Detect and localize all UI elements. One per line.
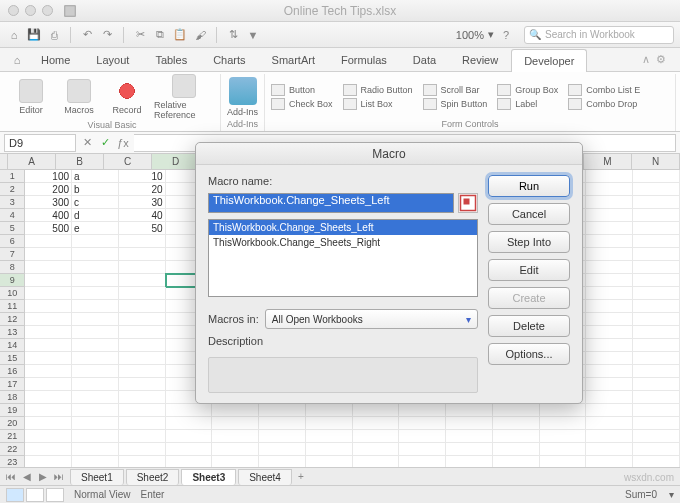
cell[interactable] <box>633 417 680 430</box>
tab-tables[interactable]: Tables <box>142 48 200 71</box>
tab-data[interactable]: Data <box>400 48 449 71</box>
cell[interactable]: d <box>72 209 119 222</box>
cell[interactable] <box>119 339 166 352</box>
cell[interactable] <box>259 430 306 443</box>
first-sheet-icon[interactable]: ⏮ <box>4 471 18 482</box>
cell[interactable] <box>586 183 633 196</box>
cell[interactable] <box>72 404 119 417</box>
cell[interactable] <box>586 313 633 326</box>
row-header[interactable]: 17 <box>0 378 25 391</box>
row-header[interactable]: 13 <box>0 326 25 339</box>
cell[interactable] <box>540 417 587 430</box>
cell[interactable] <box>586 391 633 404</box>
macro-list-item[interactable]: ThisWorkbook.Change_Sheets_Right <box>209 235 477 250</box>
macro-list[interactable]: ThisWorkbook.Change_Sheets_LeftThisWorkb… <box>208 219 478 297</box>
minimize-window-icon[interactable] <box>25 5 36 16</box>
cell[interactable] <box>25 248 72 261</box>
sheet-tab[interactable]: Sheet1 <box>70 469 124 485</box>
macros-in-select[interactable]: All Open Workbooks ▾ <box>265 309 478 329</box>
tab-smartart[interactable]: SmartArt <box>259 48 328 71</box>
row-header[interactable]: 11 <box>0 300 25 313</box>
cell[interactable] <box>212 404 259 417</box>
ribbon-settings-icon[interactable]: ⚙ <box>656 53 666 66</box>
record-button[interactable]: Record <box>106 79 148 115</box>
cell[interactable] <box>72 391 119 404</box>
cell[interactable] <box>72 313 119 326</box>
column-header[interactable]: A <box>8 154 56 169</box>
cell[interactable] <box>72 430 119 443</box>
cell[interactable] <box>586 339 633 352</box>
cell[interactable] <box>586 365 633 378</box>
cell[interactable] <box>586 443 633 456</box>
step-into-button[interactable]: Step Into <box>488 231 570 253</box>
cell[interactable] <box>586 300 633 313</box>
cell[interactable] <box>25 339 72 352</box>
cell[interactable] <box>586 261 633 274</box>
cell[interactable] <box>633 430 680 443</box>
cell[interactable] <box>399 430 446 443</box>
cell[interactable] <box>586 274 633 287</box>
cell[interactable]: b <box>72 183 119 196</box>
cell[interactable] <box>306 430 353 443</box>
cell[interactable] <box>212 456 259 467</box>
row-header[interactable]: 4 <box>0 209 25 222</box>
cell[interactable] <box>633 352 680 365</box>
form-combo1[interactable]: Combo List E <box>568 84 640 96</box>
cell[interactable] <box>72 261 119 274</box>
cell[interactable] <box>446 417 493 430</box>
help-icon[interactable]: ? <box>498 27 514 43</box>
cell[interactable] <box>25 391 72 404</box>
row-header[interactable]: 5 <box>0 222 25 235</box>
row-header[interactable]: 3 <box>0 196 25 209</box>
cell[interactable] <box>119 430 166 443</box>
cell[interactable] <box>633 274 680 287</box>
print-icon[interactable]: ⎙ <box>46 27 62 43</box>
cell[interactable] <box>353 456 400 467</box>
cell[interactable] <box>72 417 119 430</box>
cell[interactable] <box>540 456 587 467</box>
cell[interactable]: 50 <box>119 222 166 235</box>
cell[interactable] <box>25 287 72 300</box>
cell[interactable] <box>540 430 587 443</box>
cell[interactable] <box>72 456 119 467</box>
cell[interactable]: 10 <box>119 170 166 183</box>
add-sheet-button[interactable]: + <box>292 471 310 482</box>
select-all-corner[interactable] <box>0 154 8 169</box>
cell[interactable] <box>166 443 213 456</box>
cell[interactable] <box>446 443 493 456</box>
cut-icon[interactable]: ✂ <box>132 27 148 43</box>
cell[interactable]: e <box>72 222 119 235</box>
column-header[interactable]: D <box>152 154 200 169</box>
close-window-icon[interactable] <box>8 5 19 16</box>
filter-icon[interactable]: ▼ <box>245 27 261 43</box>
cell[interactable] <box>353 430 400 443</box>
zoom-window-icon[interactable] <box>42 5 53 16</box>
cell[interactable] <box>166 404 213 417</box>
cell[interactable] <box>633 391 680 404</box>
cell[interactable] <box>540 404 587 417</box>
cell[interactable] <box>72 352 119 365</box>
cell[interactable] <box>306 404 353 417</box>
row-header[interactable]: 1 <box>0 170 25 183</box>
cell[interactable] <box>399 443 446 456</box>
sort-icon[interactable]: ⇅ <box>225 27 241 43</box>
cell[interactable] <box>119 274 166 287</box>
cell[interactable] <box>72 365 119 378</box>
tab-formulas[interactable]: Formulas <box>328 48 400 71</box>
cell[interactable] <box>25 365 72 378</box>
cell[interactable] <box>633 222 680 235</box>
page-layout-view-button[interactable] <box>26 488 44 502</box>
cell[interactable] <box>119 417 166 430</box>
cell[interactable] <box>586 417 633 430</box>
row-header[interactable]: 8 <box>0 261 25 274</box>
cell[interactable] <box>25 443 72 456</box>
cell[interactable] <box>633 456 680 467</box>
tab-layout[interactable]: Layout <box>83 48 142 71</box>
cell[interactable]: 20 <box>119 183 166 196</box>
cell[interactable] <box>633 339 680 352</box>
cell[interactable] <box>212 443 259 456</box>
cell[interactable]: a <box>72 170 119 183</box>
cell[interactable] <box>493 430 540 443</box>
cell[interactable] <box>306 456 353 467</box>
cell[interactable] <box>166 456 213 467</box>
